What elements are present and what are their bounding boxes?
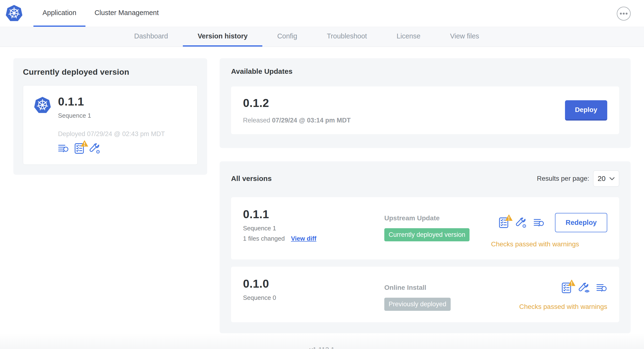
- view-diff-link[interactable]: View diff: [291, 235, 316, 242]
- kubernetes-logo: [0, 0, 34, 27]
- ellipsis-icon: [620, 12, 628, 15]
- release-notes-icon[interactable]: [596, 282, 607, 294]
- top-bar: Application Cluster Management: [0, 0, 644, 27]
- chevron-down-icon: [610, 177, 615, 180]
- preflight-checks-warning-icon[interactable]: [498, 217, 509, 228]
- right-column: Available Updates 0.1.2 Released 07/29/2…: [220, 58, 631, 333]
- version-row-0-1-0: 0.1.0 Sequence 0 Online Install Previous…: [231, 267, 619, 322]
- tab-cluster-management[interactable]: Cluster Management: [86, 0, 168, 27]
- currently-deployed-badge: Currently deployed version: [384, 228, 470, 241]
- available-updates-panel: Available Updates 0.1.2 Released 07/29/2…: [220, 58, 631, 148]
- more-options-button[interactable]: [617, 7, 631, 20]
- preflight-checks-warning-icon[interactable]: [74, 143, 85, 154]
- previously-deployed-badge: Previously deployed: [384, 298, 451, 311]
- subnav-tab-config[interactable]: Config: [262, 27, 312, 46]
- version-row-0-1-1: 0.1.1 Sequence 1 1 files changed View di…: [231, 197, 619, 260]
- warning-triangle-icon: [568, 279, 576, 286]
- checks-status-text: Checks passed with warnings: [491, 240, 579, 248]
- preflight-checks-warning-icon[interactable]: [561, 282, 572, 294]
- subnav-tab-version-history[interactable]: Version history: [183, 27, 262, 46]
- warning-triangle-icon: [80, 140, 88, 147]
- release-notes-icon[interactable]: [534, 217, 544, 228]
- all-versions-panel: All versions Results per page: 20 0.1.1 …: [220, 161, 631, 333]
- release-notes-icon[interactable]: [58, 143, 69, 154]
- currently-deployed-panel: Currently deployed version 0.1.1 Sequenc…: [13, 58, 207, 175]
- files-changed-label: 1 files changed: [243, 235, 285, 242]
- deploy-button[interactable]: Deploy: [565, 100, 607, 120]
- version-source-label: Online Install: [384, 284, 426, 292]
- current-version-number: 0.1.1: [58, 95, 165, 108]
- console-version-text: v1.112.1: [309, 346, 334, 349]
- available-update-row: 0.1.2 Released 07/29/24 @ 03:14 pm MDT D…: [231, 86, 619, 134]
- checks-status-text: Checks passed with warnings: [519, 303, 607, 310]
- edit-config-icon[interactable]: [516, 217, 527, 228]
- app-kubernetes-icon: [33, 96, 52, 114]
- update-version-number: 0.1.2: [243, 96, 351, 110]
- subnav-tab-view-files[interactable]: View files: [435, 27, 494, 46]
- kubernetes-icon: [5, 4, 24, 23]
- currently-deployed-title: Currently deployed version: [23, 67, 198, 77]
- row-version-number: 0.1.1: [243, 208, 384, 221]
- app-subnav: Dashboard Version history Config Trouble…: [0, 27, 644, 47]
- redeploy-button[interactable]: Redeploy: [555, 213, 607, 232]
- available-updates-title: Available Updates: [231, 67, 619, 76]
- update-released-date: Released 07/29/24 @ 03:14 pm MDT: [243, 117, 351, 124]
- admin-console-page: Application Cluster Management Dashboard…: [0, 0, 644, 349]
- currently-deployed-card: 0.1.1 Sequence 1 Deployed 07/29/24 @ 02:…: [23, 85, 198, 165]
- results-per-page-label: Results per page:: [537, 175, 589, 182]
- results-per-page-select[interactable]: 20: [593, 170, 619, 187]
- subnav-tab-dashboard[interactable]: Dashboard: [119, 27, 183, 46]
- main-content: Currently deployed version 0.1.1 Sequenc…: [0, 47, 644, 333]
- subnav-tab-troubleshoot[interactable]: Troubleshoot: [312, 27, 382, 46]
- all-versions-title: All versions: [231, 174, 272, 182]
- row-sequence: Sequence 0: [243, 294, 384, 302]
- warning-triangle-icon: [505, 214, 513, 221]
- edit-config-icon[interactable]: [90, 143, 100, 154]
- subnav-tab-license[interactable]: License: [382, 27, 435, 46]
- current-version-deployed-date: Deployed 07/29/24 @ 02:43 pm MDT: [58, 130, 165, 138]
- page-footer: v1.112.1: [0, 333, 644, 349]
- row-version-number: 0.1.0: [243, 277, 384, 290]
- view-config-icon[interactable]: [578, 282, 590, 294]
- current-version-sequence: Sequence 1: [58, 112, 165, 119]
- tab-application[interactable]: Application: [34, 0, 86, 27]
- row-sequence: Sequence 1: [243, 225, 384, 232]
- version-source-label: Upstream Update: [384, 214, 440, 222]
